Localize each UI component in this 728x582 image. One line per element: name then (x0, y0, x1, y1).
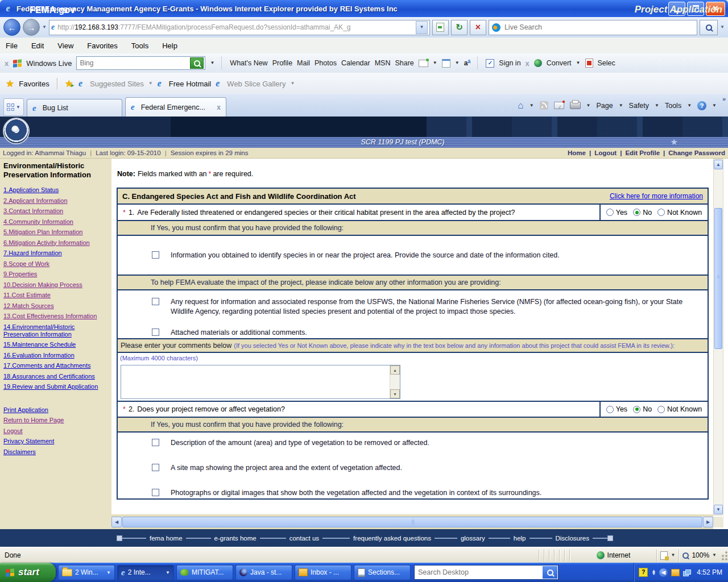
footer-link-contact-us[interactable]: contact us (289, 535, 319, 542)
tools-menu[interactable]: Tools (665, 102, 681, 110)
search-options-dropdown[interactable]: ▼ (720, 25, 725, 30)
translate-icon[interactable]: aā (464, 59, 471, 67)
sidebar-item-cost-estimate[interactable]: 11.Cost Estimate (3, 292, 107, 299)
menu-file[interactable]: File (6, 41, 18, 50)
add-to-favorites-icon[interactable]: ★ (65, 79, 74, 89)
bing-search-input[interactable] (77, 59, 190, 67)
search-button[interactable] (700, 20, 718, 35)
toolbar-close2-icon[interactable]: x (526, 59, 530, 68)
read-mail-icon[interactable] (554, 102, 564, 109)
toolbar-overflow-chevron[interactable]: » (722, 95, 726, 102)
menu-edit[interactable]: Edit (31, 41, 44, 50)
sidebar-privacy-statement[interactable]: Privacy Statement (3, 438, 107, 445)
link-msn[interactable]: MSN (375, 59, 391, 67)
taskbar-item-sections[interactable]: Sections... (354, 565, 411, 580)
protected-mode-dropdown[interactable]: ▼ (671, 553, 675, 558)
scroll-down-button[interactable]: ▼ (390, 389, 400, 398)
protected-mode-pane[interactable]: ▼ (656, 550, 679, 562)
web-slice-gallery-dropdown[interactable]: ▼ (290, 81, 295, 86)
radio-icon[interactable] (657, 209, 665, 216)
radio-icon[interactable] (606, 406, 614, 413)
history-dropdown[interactable]: ▼ (42, 25, 47, 30)
sidebar-item-comments-attachments[interactable]: 17.Comments and Attachments (3, 362, 107, 369)
sidebar-item-properties[interactable]: 9.Properties (3, 271, 107, 278)
taskbar-item-mitigation[interactable]: MITIGAT... (176, 565, 233, 580)
q2-check1-checkbox[interactable] (152, 439, 159, 446)
window-tool-icon[interactable] (442, 59, 450, 68)
desktop-search-box[interactable] (414, 565, 559, 580)
link-profile[interactable]: Profile (272, 59, 292, 67)
sidebar-item-environmental-historic[interactable]: 14.Environmental/Historic Preservation I… (3, 323, 107, 338)
start-button[interactable]: start (0, 563, 56, 582)
page-dropdown[interactable]: ▼ (619, 103, 623, 108)
photos-tool-icon[interactable] (419, 60, 428, 67)
taskbar-item-windows-group[interactable]: 2 Win... ▼ (58, 565, 115, 580)
sidebar-item-mitigation-activity[interactable]: 6.Mitigation Activity Information (3, 239, 107, 247)
favorites-button[interactable]: Favorites (19, 80, 49, 88)
menu-help[interactable]: Help (162, 41, 177, 50)
q1-check1-checkbox[interactable] (152, 251, 159, 259)
back-button[interactable]: ← (3, 19, 20, 36)
desktop-search-button[interactable] (543, 566, 557, 579)
tab-bug-list[interactable]: e Bug List (27, 99, 122, 117)
page-menu[interactable]: Page (596, 102, 613, 110)
q2-check3-checkbox[interactable] (152, 489, 159, 496)
radio-selected-icon[interactable] (633, 209, 640, 216)
sidebar-item-applicant-information[interactable]: 2.Applicant Information (3, 197, 107, 205)
q1-check2-checkbox[interactable] (152, 298, 159, 305)
zoom-dropdown[interactable]: ▼ (712, 553, 717, 558)
free-hotmail-button[interactable]: Free Hotmail (169, 80, 211, 88)
zoom-pane[interactable]: 100% ▼ (679, 550, 720, 562)
sidebar-return-home[interactable]: Return to Home Page (3, 417, 107, 424)
sign-in-button[interactable]: Sign in (499, 59, 520, 67)
web-slice-gallery-button[interactable]: Web Slice Gallery (227, 80, 286, 88)
sidebar-disclaimers[interactable]: Disclaimers (3, 448, 107, 456)
suggested-sites-button[interactable]: Suggested Sites (90, 80, 144, 88)
convert-dropdown[interactable]: ▼ (576, 61, 581, 65)
compatibility-view-button[interactable] (432, 20, 449, 35)
q1-radio-yes[interactable]: Yes (606, 209, 627, 217)
print-dropdown[interactable]: ▼ (586, 103, 591, 108)
sidebar-item-mitigation-plan[interactable]: 5.Mitigation Plan Information (3, 228, 107, 236)
sidebar-logout[interactable]: Logout (3, 427, 107, 435)
select-button[interactable]: Selec (598, 59, 615, 67)
address-dropdown[interactable]: ▼ (416, 21, 428, 34)
radio-icon[interactable] (657, 406, 665, 413)
vertical-scrollbar[interactable]: ▲ ▼ (713, 159, 723, 516)
q2-radio-yes[interactable]: Yes (606, 405, 627, 413)
live-search-box[interactable] (489, 20, 697, 35)
windows-live-label[interactable]: Windows Live (26, 59, 72, 68)
bing-search-button[interactable] (190, 57, 204, 69)
safety-menu[interactable]: Safety (629, 102, 649, 110)
show-hidden-icons-button[interactable]: ◀ (659, 568, 668, 577)
scroll-up-button[interactable]: ▲ (714, 160, 723, 169)
menu-tools[interactable]: Tools (131, 41, 148, 50)
taskbar-item-ie-group[interactable]: e 2 Inte... ▼ (117, 565, 174, 580)
q1-radio-not-known[interactable]: Not Known (657, 209, 702, 217)
bing-search-box[interactable] (76, 56, 205, 70)
printer-icon[interactable] (570, 102, 581, 109)
safety-dropdown[interactable]: ▼ (655, 103, 659, 108)
home-icon[interactable]: ⌂ (518, 101, 523, 110)
sidebar-item-cost-effectiveness[interactable]: 13.Cost Effectiveness Information (3, 313, 107, 320)
q2-check2-checkbox[interactable] (152, 464, 159, 471)
sidebar-item-scope-of-work[interactable]: 8.Scope of Work (3, 260, 107, 268)
more-information-link[interactable]: Click here for more information (610, 192, 703, 200)
refresh-button[interactable]: ↻ (451, 20, 468, 35)
link-whats-new[interactable]: What's New (230, 59, 267, 67)
sidebar-item-match-sources[interactable]: 12.Match Sources (3, 302, 107, 310)
footer-link-disclosures[interactable]: Disclosures (556, 535, 589, 542)
sidebar-item-review-submit[interactable]: 19.Review and Submit Application (3, 383, 107, 390)
scroll-right-button[interactable]: ▶ (703, 517, 713, 527)
help-dropdown[interactable]: ▼ (712, 103, 717, 108)
link-mail[interactable]: Mail (297, 59, 310, 67)
q1-radio-no[interactable]: No (633, 209, 652, 217)
scroll-down-button[interactable]: ▼ (714, 505, 723, 514)
taskbar-item-java[interactable]: Java - st... (235, 565, 292, 580)
toolbar-arrows-icon[interactable]: ▲▼ (651, 569, 656, 575)
taskbar-item-inbox[interactable]: Inbox - ... (295, 565, 351, 580)
scroll-thumb[interactable] (122, 517, 702, 527)
tab-close-icon[interactable]: x (217, 103, 221, 111)
link-change-password[interactable]: Change Password (668, 149, 725, 156)
menu-favorites[interactable]: Favorites (87, 41, 117, 50)
